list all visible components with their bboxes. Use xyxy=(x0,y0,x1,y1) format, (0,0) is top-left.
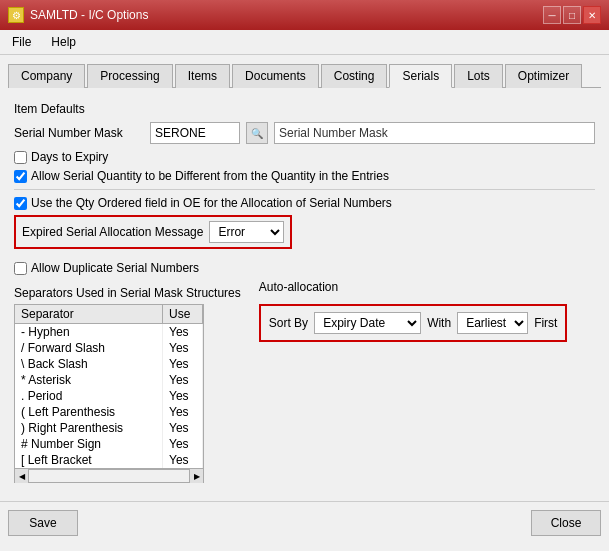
expired-allocation-select[interactable]: Error Warning None xyxy=(209,221,284,243)
tab-documents[interactable]: Documents xyxy=(232,64,319,88)
sort-by-select[interactable]: Expiry Date Serial Number Entry Date xyxy=(314,312,421,334)
days-to-expiry-group: Days to Expiry xyxy=(14,150,595,164)
separator-name: / Forward Slash xyxy=(15,340,163,356)
separator-table: Separator Use - HyphenYes/ Forward Slash… xyxy=(15,305,203,468)
bottom-bar: Save Close xyxy=(0,501,609,544)
separators-section: Separators Used in Serial Mask Structure… xyxy=(14,286,241,483)
first-label: First xyxy=(534,316,557,330)
days-to-expiry-checkbox[interactable] xyxy=(14,151,27,164)
horizontal-scrollbar[interactable]: ◀ ▶ xyxy=(14,469,204,483)
menu-help[interactable]: Help xyxy=(47,33,80,51)
separator-use: Yes xyxy=(163,404,203,420)
separator-use: Yes xyxy=(163,356,203,372)
auto-allocation-section: Auto-allocation Sort By Expiry Date Seri… xyxy=(259,280,568,342)
use-qty-ordered-checkbox[interactable] xyxy=(14,197,27,210)
title-bar: ⚙ SAMLTD - I/C Options ─ □ ✕ xyxy=(0,0,609,30)
item-defaults-label: Item Defaults xyxy=(14,102,595,116)
separator-use: Yes xyxy=(163,340,203,356)
expired-allocation-label: Expired Serial Allocation Message xyxy=(22,225,203,239)
separator-name: . Period xyxy=(15,388,163,404)
sort-by-label: Sort By xyxy=(269,316,308,330)
separator-col-header: Separator xyxy=(15,305,163,324)
allow-duplicate-group: Allow Duplicate Serial Numbers xyxy=(14,261,595,275)
menu-bar: File Help xyxy=(0,30,609,55)
tab-bar: Company Processing Items Documents Costi… xyxy=(8,63,601,88)
title-bar-controls[interactable]: ─ □ ✕ xyxy=(543,6,601,24)
auto-allocation-title: Auto-allocation xyxy=(259,280,568,294)
divider1 xyxy=(14,189,595,190)
tab-serials[interactable]: Serials xyxy=(389,64,452,88)
sort-box: Sort By Expiry Date Serial Number Entry … xyxy=(259,304,568,342)
list-item[interactable]: # Number SignYes xyxy=(15,436,203,452)
with-label: With xyxy=(427,316,451,330)
list-item[interactable]: * AsteriskYes xyxy=(15,372,203,388)
allow-serial-qty-group: Allow Serial Quantity to be Different fr… xyxy=(14,169,595,183)
separator-use: Yes xyxy=(163,372,203,388)
scroll-right-arrow[interactable]: ▶ xyxy=(189,469,203,483)
list-item[interactable]: / Forward SlashYes xyxy=(15,340,203,356)
tab-items[interactable]: Items xyxy=(175,64,230,88)
list-item[interactable]: . PeriodYes xyxy=(15,388,203,404)
lower-section: Separators Used in Serial Mask Structure… xyxy=(14,280,595,483)
main-content: Company Processing Items Documents Costi… xyxy=(0,55,609,497)
separator-table-wrapper: Separator Use - HyphenYes/ Forward Slash… xyxy=(14,304,204,469)
use-qty-ordered-group: Use the Qty Ordered field in OE for the … xyxy=(14,196,595,210)
window-title: SAMLTD - I/C Options xyxy=(30,8,148,22)
serial-number-mask-input[interactable] xyxy=(150,122,240,144)
separator-use: Yes xyxy=(163,452,203,468)
list-item[interactable]: ( Left ParenthesisYes xyxy=(15,404,203,420)
scroll-left-arrow[interactable]: ◀ xyxy=(15,469,29,483)
separator-use: Yes xyxy=(163,324,203,341)
list-item[interactable]: [ Left BracketYes xyxy=(15,452,203,468)
separator-name: - Hyphen xyxy=(15,324,163,341)
tab-costing[interactable]: Costing xyxy=(321,64,388,88)
minimize-button[interactable]: ─ xyxy=(543,6,561,24)
tab-processing[interactable]: Processing xyxy=(87,64,172,88)
use-col-header: Use xyxy=(163,305,203,324)
serial-number-mask-label: Serial Number Mask xyxy=(14,126,144,140)
title-bar-left: ⚙ SAMLTD - I/C Options xyxy=(8,7,148,23)
days-to-expiry-label[interactable]: Days to Expiry xyxy=(31,150,108,164)
list-item[interactable]: ) Right ParenthesisYes xyxy=(15,420,203,436)
tab-company[interactable]: Company xyxy=(8,64,85,88)
expired-allocation-box: Expired Serial Allocation Message Error … xyxy=(14,215,292,249)
separator-use: Yes xyxy=(163,420,203,436)
separator-use: Yes xyxy=(163,388,203,404)
allow-duplicate-checkbox[interactable] xyxy=(14,262,27,275)
separators-title: Separators Used in Serial Mask Structure… xyxy=(14,286,241,300)
tab-optimizer[interactable]: Optimizer xyxy=(505,64,582,88)
close-button[interactable]: Close xyxy=(531,510,601,536)
expired-allocation-wrapper: Expired Serial Allocation Message Error … xyxy=(14,215,595,255)
separator-name: ) Right Parenthesis xyxy=(15,420,163,436)
separator-name: # Number Sign xyxy=(15,436,163,452)
list-item[interactable]: - HyphenYes xyxy=(15,324,203,341)
separator-name: ( Left Parenthesis xyxy=(15,404,163,420)
maximize-button[interactable]: □ xyxy=(563,6,581,24)
serial-mask-search-button[interactable]: 🔍 xyxy=(246,122,268,144)
allow-duplicate-label[interactable]: Allow Duplicate Serial Numbers xyxy=(31,261,199,275)
close-window-button[interactable]: ✕ xyxy=(583,6,601,24)
allow-serial-qty-label[interactable]: Allow Serial Quantity to be Different fr… xyxy=(31,169,389,183)
separator-use: Yes xyxy=(163,436,203,452)
with-select[interactable]: Earliest Latest xyxy=(457,312,528,334)
list-item[interactable]: \ Back SlashYes xyxy=(15,356,203,372)
separator-name: * Asterisk xyxy=(15,372,163,388)
menu-file[interactable]: File xyxy=(8,33,35,51)
use-qty-ordered-label[interactable]: Use the Qty Ordered field in OE for the … xyxy=(31,196,392,210)
app-icon: ⚙ xyxy=(8,7,24,23)
allow-serial-qty-checkbox[interactable] xyxy=(14,170,27,183)
tab-lots[interactable]: Lots xyxy=(454,64,503,88)
serial-mask-hint: Serial Number Mask xyxy=(274,122,595,144)
serial-number-mask-group: Serial Number Mask 🔍 Serial Number Mask xyxy=(14,122,595,144)
save-button[interactable]: Save xyxy=(8,510,78,536)
panel: Item Defaults Serial Number Mask 🔍 Seria… xyxy=(8,96,601,489)
separator-name: [ Left Bracket xyxy=(15,452,163,468)
separator-name: \ Back Slash xyxy=(15,356,163,372)
